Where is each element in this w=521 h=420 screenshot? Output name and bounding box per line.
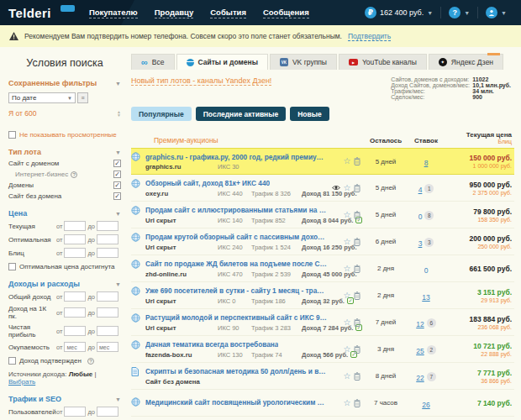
bids-count-link[interactable]: 3 — [418, 239, 423, 248]
lot-title-link[interactable]: Сайт по продаже ЖД билетов на подъеме по… — [145, 260, 328, 268]
range-to-input[interactable] — [97, 291, 118, 302]
zen-promo-link[interactable]: Новый тип лотов - каналы Yandex Дзен! — [131, 76, 271, 86]
favorite-star-icon[interactable]: ☆ — [344, 399, 351, 407]
sort-select[interactable]: По дате ▼ — [8, 92, 76, 103]
range-label: Окупаемость — [8, 344, 55, 351]
favorite-star-icon[interactable]: ☆ — [344, 345, 351, 354]
income-confirmed-checkbox[interactable] — [8, 357, 16, 365]
lot-title-link[interactable]: Растущий молодой и перспективный сайт с … — [145, 313, 328, 322]
lot-title-link[interactable]: graphics.ru - графика.ру, 2000 год, редк… — [145, 153, 328, 161]
user-menu[interactable]: ▼ — [477, 7, 514, 18]
logo[interactable]: Telderi — [8, 6, 51, 20]
info-icon[interactable]: ? — [87, 358, 94, 365]
favorite-star-icon[interactable]: ☆ — [344, 265, 351, 273]
optimal-price-checkbox[interactable] — [8, 263, 16, 270]
hide-trash-icon[interactable] — [354, 157, 360, 165]
range-from-input[interactable] — [64, 407, 86, 417]
range-to-input[interactable] — [97, 407, 118, 417]
range-from-input[interactable] — [64, 234, 86, 244]
range-to-input[interactable] — [97, 342, 118, 352]
range-to-input[interactable] — [97, 248, 118, 258]
category-tab[interactable]: YouTube каналы — [339, 54, 427, 70]
lot-title-link[interactable]: Уже 690 посетителей в сутки - сайту 1 ме… — [145, 286, 328, 295]
lot-type-checkbox[interactable] — [113, 160, 121, 167]
scroll-arrows-icon[interactable]: ▲▼ — [117, 110, 121, 117]
hide-trash-icon[interactable] — [354, 372, 360, 381]
logo-text: Telderi — [8, 6, 51, 20]
lot-title-link[interactable]: Продам сайт с иллюстрированными статьями… — [145, 206, 328, 214]
lot-type-icon — [131, 397, 141, 407]
choose-sources-link[interactable]: Выбрать — [8, 378, 35, 386]
category-tab[interactable]: Яндекс Дзен — [429, 54, 503, 70]
bids-count-link[interactable]: 22 — [416, 374, 424, 382]
favorite-star-icon[interactable]: ☆ — [344, 291, 351, 300]
lot-type-checkbox[interactable] — [113, 171, 121, 178]
saved-filters-settings-button[interactable]: ≡ — [77, 92, 88, 103]
range-from-input[interactable] — [64, 307, 86, 318]
column-bids-header[interactable]: Ставок — [407, 137, 445, 144]
lot-title-link[interactable]: Продам крутой обзорный сайт с пассивным … — [145, 233, 328, 241]
hide-trash-icon[interactable] — [354, 318, 360, 327]
sort-filter-button[interactable]: Новые — [290, 107, 329, 121]
hide-trash-icon[interactable] — [354, 345, 360, 354]
bids-count-link[interactable]: 13 — [422, 293, 429, 302]
bids-count-link[interactable]: 25 — [416, 347, 424, 355]
sort-filter-button[interactable]: Популярные — [131, 107, 192, 121]
section-traffic-seo[interactable]: Трафик и SEO ▼ — [8, 395, 121, 403]
lot-type-checkbox[interactable] — [113, 181, 121, 189]
lot-title-link[interactable]: Скрипты и безопасная методика 50 долл/де… — [145, 367, 328, 375]
hide-viewed-checkbox[interactable] — [8, 131, 16, 139]
category-tab[interactable]: VK группы — [270, 54, 337, 70]
sort-filter-button[interactable]: Последние активные — [196, 107, 287, 121]
hide-trash-icon[interactable] — [354, 265, 360, 273]
nav-link[interactable]: Покупателю — [89, 8, 138, 18]
confirm-phone-link[interactable]: Подтвердить — [348, 32, 391, 41]
section-income[interactable]: Доходы и расходы ▼ — [8, 280, 121, 288]
range-from-input[interactable] — [64, 326, 86, 336]
range-from-input[interactable] — [64, 342, 86, 352]
column-price-header[interactable]: Текущая цена Блиц — [445, 131, 514, 144]
bids-count-link[interactable]: 0 — [418, 213, 423, 221]
section-saved-filters[interactable]: Сохраненные фильтры ▼ — [8, 79, 121, 87]
category-tab[interactable]: Все — [131, 54, 175, 70]
lot-title-link[interactable]: Дачная тематика всегда востребована — [145, 340, 278, 349]
range-from-input[interactable] — [64, 248, 86, 258]
bids-count-link[interactable]: 0 — [424, 266, 429, 275]
range-to-input[interactable] — [97, 326, 118, 336]
nav-link[interactable]: Сообщения — [263, 8, 309, 18]
range-to-input[interactable] — [97, 221, 118, 231]
favorite-star-icon[interactable]: ☆ — [344, 184, 351, 192]
favorite-star-icon[interactable]: ☆ — [344, 238, 351, 246]
range-from-input[interactable] — [64, 221, 86, 231]
section-price[interactable]: Цена ▼ — [8, 209, 121, 218]
bids-count-link[interactable]: 4 — [418, 186, 423, 194]
info-icon[interactable]: ? — [71, 171, 77, 178]
bids-count-link[interactable]: 26 — [422, 401, 429, 409]
range-to-input[interactable] — [97, 234, 118, 244]
lot-title-link[interactable]: Обзорный сайт, доход 81к+ ИКС 440 — [145, 179, 270, 187]
lot-type-checkbox[interactable] — [113, 192, 121, 200]
lot-title-link[interactable]: Медицинский сайт посвященный урологическ… — [145, 398, 328, 407]
balance-chip[interactable]: ₽ 162 400 руб. ▼ — [357, 7, 440, 18]
help-menu[interactable]: ? ▼ — [440, 7, 477, 18]
hide-trash-icon[interactable] — [354, 184, 360, 192]
section-lot-type[interactable]: Тип лота ▼ — [8, 148, 121, 156]
hide-trash-icon[interactable] — [354, 291, 360, 300]
range-to-input[interactable] — [97, 307, 118, 318]
saved-filter-item[interactable]: Я от 600 ▲▼ — [8, 109, 121, 118]
favorite-star-icon[interactable]: ☆ — [344, 157, 351, 165]
nav-link[interactable]: Продавцу — [155, 8, 194, 18]
hide-trash-icon[interactable] — [354, 238, 360, 246]
favorite-star-icon[interactable]: ☆ — [344, 372, 351, 381]
nav-link[interactable]: События — [210, 8, 246, 18]
sort-select-value: По дате — [12, 94, 36, 102]
range-from-input[interactable] — [64, 291, 86, 302]
favorite-star-icon[interactable]: ☆ — [344, 318, 351, 327]
favorite-star-icon[interactable]: ☆ — [344, 211, 351, 219]
bids-count-link[interactable]: 12 — [416, 320, 424, 328]
column-left-header[interactable]: Осталось — [365, 137, 407, 144]
bids-count-link[interactable]: 8 — [424, 159, 429, 167]
hide-trash-icon[interactable] — [354, 211, 360, 219]
category-tab[interactable]: Сайты и домены — [176, 54, 268, 70]
hide-trash-icon[interactable] — [354, 399, 360, 407]
